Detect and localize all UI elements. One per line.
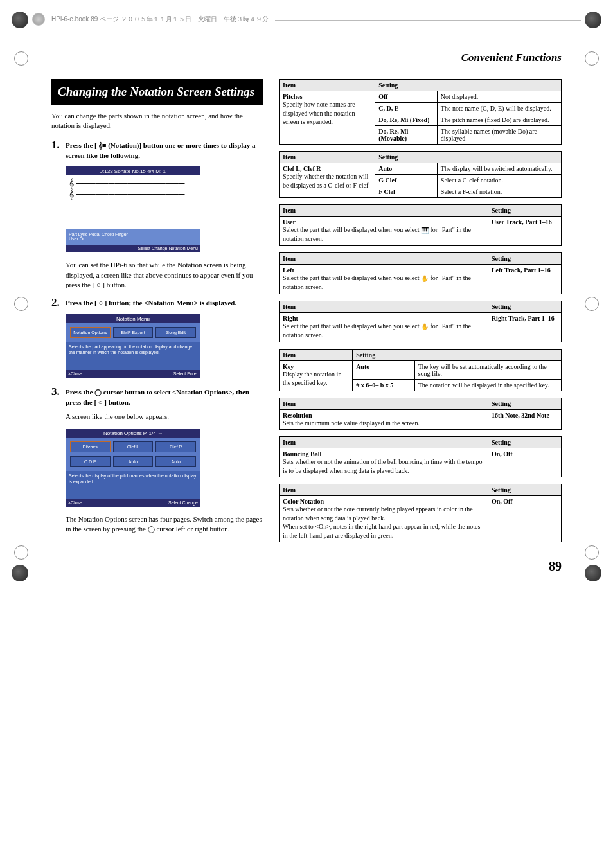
table-bouncing-ball: ItemSetting Bouncing BallSets whether or… [279, 436, 562, 477]
crop-mark-tl2 [14, 51, 28, 66]
screenshot-notation-screen: J:138 Sonate No.15 4/4 M: 1 𝄞 ──────────… [66, 166, 200, 252]
t1-r4-setting: Do, Re, Mi (Movable) [375, 126, 438, 145]
th-setting: Setting [488, 301, 561, 312]
table-pitches: ItemSetting PitchesSpecify how note name… [279, 79, 562, 145]
th-item: Item [280, 252, 488, 264]
t8-desc: Sets whether or not the animation of the… [283, 458, 483, 474]
t7-name: Resolution [283, 412, 312, 419]
table-clef: ItemSetting Clef L, Clef RSpecify whethe… [279, 151, 562, 198]
crop-mark-tr [585, 12, 601, 28]
t8-setting: On, Off [488, 448, 561, 477]
th-setting: Setting [375, 80, 562, 91]
t1-r2-setting: C, D, E [375, 103, 438, 114]
table-left: ItemSetting Left Select the part that wi… [279, 252, 562, 294]
mock2-icons: Notation Options BMP Export Song Edit [66, 323, 200, 342]
print-meta-bar: HPi-6-e.book 89 ページ ２００５年１１月１５日 火曜日 午後３時… [32, 13, 581, 26]
print-meta-text: HPi-6-e.book 89 ページ ２００５年１１月１５日 火曜日 午後３時… [51, 15, 269, 24]
mock3-cell-auto1: Auto [113, 456, 154, 467]
mock2-icon-bmp-export: BMP Export [113, 327, 154, 338]
t9-desc: Sets whether or not the note currently b… [283, 506, 480, 539]
t4-name: Left [283, 267, 294, 274]
t2-r3-desc: Select a F-clef notation. [437, 186, 561, 198]
step-1-number: 1. [51, 139, 66, 152]
mock3-cell-auto2: Auto [155, 456, 196, 467]
table-user: ItemSetting User Select the part that wi… [279, 204, 562, 246]
t7-setting: 16th Note, 32nd Note [488, 409, 561, 430]
t2-item-name: Clef L, Clef R [283, 165, 321, 172]
t5-desc: Select the part that will be displayed w… [283, 323, 471, 339]
t1-r3-setting: Do, Re, Mi (Fixed) [375, 114, 438, 126]
mock1-title: J:138 Sonate No.15 4/4 M: 1 [66, 167, 200, 175]
step-2-text: Press the [ ○ ] button; the <Notation Me… [66, 296, 236, 308]
table-right: ItemSetting Right Select the part that w… [279, 301, 562, 342]
t1-r2-desc: The note name (C, D, E) will be displaye… [437, 103, 561, 114]
t4-desc: Select the part that will be displayed w… [283, 274, 471, 290]
t3-name: User [283, 218, 296, 226]
crop-mark-tl [12, 12, 28, 28]
table-key: ItemSetting KeyDisplay the notation in t… [279, 349, 562, 391]
th-setting: Setting [375, 152, 562, 163]
th-item: Item [280, 437, 488, 448]
page-header: Convenient Functions [461, 51, 562, 64]
t1-r1-setting: Off [375, 91, 438, 103]
t2-r2-desc: Select a G-clef notation. [437, 175, 561, 186]
t5-name: Right [283, 315, 298, 322]
t9-setting: On, Off [488, 496, 561, 542]
mock3-cell-clefl: Clef L [113, 441, 154, 452]
step-1-sub: You can set the HPi-6 so that while the … [66, 260, 263, 290]
crop-mark-right [585, 297, 599, 311]
mock3-cell-cde: C.D.E [70, 456, 111, 467]
t6-r2-desc: The notation will be displayed in the sp… [414, 379, 561, 391]
t3-setting: User Track, Part 1–16 [488, 217, 561, 246]
step-3-number: 3. [51, 385, 66, 398]
step-2-number: 2. [51, 296, 66, 309]
screenshot-notation-options: Notation Options P. 1/4 → Pitches Clef L… [66, 429, 200, 507]
t2-r1-setting: Auto [375, 163, 438, 175]
mock3-grid: Pitches Clef L Clef R [66, 438, 200, 456]
t1-r3-desc: The pitch names (fixed Do) are displayed… [437, 114, 561, 126]
t2-r3-setting: F Clef [375, 186, 438, 198]
crop-mark-left [14, 297, 28, 311]
th-item: Item [280, 398, 488, 409]
t6-item-name: Key [283, 363, 294, 370]
t2-r1-desc: The display will be switched automatical… [437, 163, 561, 175]
cursor-button-icon-2: ◯ [148, 526, 155, 533]
t9-name: Color Notation [283, 498, 324, 505]
th-setting: Setting [353, 349, 562, 360]
th-item: Item [280, 484, 488, 496]
t4-setting: Left Track, Part 1–16 [488, 264, 561, 294]
mock3-grid2: C.D.E Auto Auto [66, 456, 200, 471]
t5-setting: Right Track, Part 1–16 [488, 312, 561, 342]
step-3-text: Press the ◯ cursor button to select <Not… [66, 385, 263, 408]
th-setting: Setting [488, 398, 561, 409]
th-item: Item [280, 349, 353, 360]
book-icon [32, 13, 45, 26]
mock1-staff-area: 𝄞 ───────────────── 𝄞 ───────────────── [66, 175, 200, 229]
th-setting: Setting [488, 252, 561, 264]
step-1-text: Press the [ 𝄞≣ (Notation)] button one or… [66, 139, 263, 161]
mock1-footer-right: Select Change Notation Menu [138, 246, 198, 251]
right-hand-icon: ✋ [421, 323, 429, 330]
t2-r2-setting: G Clef [375, 175, 438, 186]
th-setting: Setting [488, 205, 561, 217]
notation-button-icon: 𝄞≣ [98, 143, 106, 150]
t2-item-desc: Specify whether the notation will be dis… [283, 173, 370, 189]
mock1-tabs: Part Lyric Pedal Chord Finger User On [66, 229, 200, 245]
mock3-title: Notation Options P. 1/4 → [66, 429, 200, 438]
t1-item-name: Pitches [283, 93, 303, 100]
section-intro: You can change the parts shown in the no… [51, 111, 263, 130]
page-number: 89 [51, 559, 562, 574]
mock3-cell-clefr: Clef R [155, 441, 196, 452]
t6-item-desc: Display the notation in the specified ke… [283, 371, 341, 387]
t8-name: Bouncing Ball [283, 450, 321, 457]
crop-mark-tr2 [585, 51, 599, 66]
table-color-notation: ItemSetting Color NotationSets whether o… [279, 484, 562, 542]
mock3-desc: Selects the display of the pitch names w… [66, 471, 200, 499]
mock2-footer-left: ×Close [68, 371, 82, 376]
mock3-cell-pitches: Pitches [70, 441, 111, 452]
mock2-title: Notation Menu [66, 315, 200, 323]
mock3-footer-left: ×Close [68, 500, 82, 505]
th-item: Item [280, 152, 375, 163]
t7-desc: Sets the minimum note value displayed in… [283, 420, 420, 427]
t1-item-desc: Specify how note names are displayed whe… [283, 101, 355, 125]
